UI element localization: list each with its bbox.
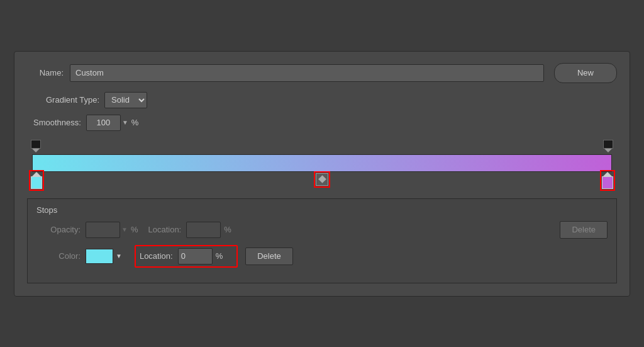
gradient-editor-dialog: Name: New Gradient Type: Solid Noise Smo…: [14, 51, 630, 297]
smoothness-row: Smoothness: ▼ %: [27, 115, 617, 131]
opacity-delete-button[interactable]: Delete: [560, 221, 608, 239]
smoothness-percent: %: [131, 118, 139, 127]
name-label: Name:: [27, 68, 64, 77]
color-location-group: Location: %: [135, 245, 238, 268]
gradient-type-label: Gradient Type:: [46, 95, 99, 105]
color-markers: [32, 172, 612, 196]
smoothness-input[interactable]: [86, 115, 121, 131]
opacity-stop-left[interactable]: [31, 140, 41, 152]
color-swatch[interactable]: [86, 249, 113, 264]
color-location-label: Location:: [140, 251, 173, 261]
name-input[interactable]: [70, 64, 544, 82]
opacity-stop-right[interactable]: [603, 140, 613, 152]
opacity-input[interactable]: [86, 222, 120, 238]
opacity-location-percent: %: [224, 225, 231, 234]
gradient-bar[interactable]: [32, 154, 612, 172]
new-button[interactable]: New: [554, 63, 617, 83]
color-delete-button[interactable]: Delete: [245, 247, 293, 265]
color-label: Color:: [36, 251, 80, 261]
opacity-markers: [32, 140, 612, 154]
stops-section: Stops Opacity: ▼ % Location: % Delete Co…: [27, 198, 617, 283]
opacity-location-input[interactable]: [186, 222, 221, 238]
gradient-type-select[interactable]: Solid Noise: [104, 92, 147, 108]
color-stop-right[interactable]: [602, 172, 613, 189]
color-swatch-chevron-icon[interactable]: ▼: [116, 253, 122, 259]
gradient-outer: [32, 140, 612, 196]
stops-title: Stops: [36, 205, 608, 215]
smoothness-label: Smoothness:: [33, 118, 81, 127]
color-location-percent: %: [216, 251, 223, 261]
midpoint-stop[interactable]: [316, 173, 328, 186]
opacity-percent: %: [131, 225, 138, 234]
gradient-type-row: Gradient Type: Solid Noise: [27, 92, 617, 108]
color-location-input[interactable]: [178, 248, 213, 265]
opacity-label: Opacity:: [36, 225, 80, 234]
opacity-location-label: Location:: [148, 225, 181, 234]
color-stop-left[interactable]: [31, 172, 42, 189]
smoothness-chevron-icon: ▼: [122, 119, 128, 126]
opacity-chevron-icon: ▼: [121, 226, 128, 233]
name-row: Name: New: [27, 63, 617, 83]
opacity-row: Opacity: ▼ % Location: % Delete: [36, 221, 608, 239]
color-row: Color: ▼ Location: % Delete: [36, 245, 608, 268]
